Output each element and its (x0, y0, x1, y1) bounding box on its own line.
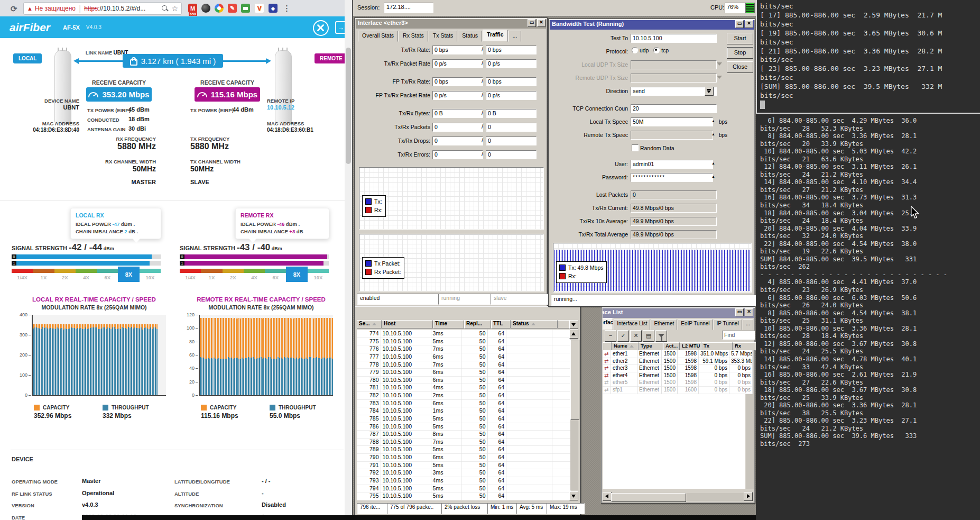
filter-button[interactable] (655, 330, 667, 342)
tcp-radio[interactable] (653, 47, 660, 53)
ping-row[interactable]: 78410.10.5.1001ms5064 (357, 407, 571, 415)
tab-status[interactable]: Status (458, 31, 482, 42)
scroll-left-icon[interactable] (603, 492, 612, 501)
ping-row[interactable]: 79110.10.5.1005ms5064 (357, 461, 571, 469)
user-input[interactable]: admin01 (631, 160, 713, 169)
bwtest-title-bar[interactable]: Bandwidth Test (Running) (550, 20, 754, 30)
bookmark-star-icon[interactable]: ☆ (171, 4, 178, 13)
ping-row[interactable]: 78610.10.5.1005ms5064 (357, 423, 571, 431)
ping-row[interactable]: 78710.10.5.1008ms5064 (357, 430, 571, 438)
column-header-lmtu[interactable]: L2 MTU (680, 342, 701, 351)
comment-icon[interactable]: ▤ (643, 330, 654, 342)
modulation-option[interactable]: 10X (308, 275, 329, 280)
tab-ethernet[interactable]: Ethernet (651, 319, 677, 330)
ping-row[interactable]: 77610.10.5.1007ms5064 (357, 345, 571, 353)
scrollbar-thumb[interactable] (570, 340, 579, 420)
interface-list-title-bar[interactable]: Interface List (603, 308, 754, 318)
ping-row[interactable]: 78010.10.5.1006ms5064 (357, 376, 571, 384)
ping-row[interactable]: 79310.10.5.1004ms5064 (357, 477, 571, 485)
spinner-up-icon[interactable]: ▲ (711, 161, 715, 166)
address-bar[interactable]: ▲ Не защищено | https ://10.10.5.2/#/d..… (23, 2, 182, 15)
interface-row-ether4[interactable]: ⇄ether4Ethernet150015980 bps0 bps (603, 372, 753, 379)
test-to-input[interactable]: 10.10.5.100 (631, 34, 717, 43)
ping-row[interactable]: 77910.10.5.1006ms5064 (357, 368, 571, 376)
remote-ip-value[interactable]: 10.10.5.12 (267, 104, 294, 111)
close-icon[interactable]: ✕ (745, 20, 753, 28)
ping-scrollbar[interactable] (570, 339, 578, 490)
ping-row[interactable]: 79010.10.5.1006ms5064 (357, 453, 571, 461)
close-icon[interactable]: ✕ (537, 19, 546, 27)
modulation-option[interactable]: 6X (97, 275, 118, 280)
maximize-icon[interactable]: ▭ (735, 20, 744, 28)
tab-traffic[interactable]: Traffic (483, 30, 508, 42)
ping-row[interactable]: 78310.10.5.1006ms5064 (357, 399, 571, 407)
modulation-option[interactable]: 4X (76, 275, 97, 280)
start-button[interactable]: Start (727, 33, 753, 44)
tab-ip-tunnel[interactable]: IP Tunnel (714, 319, 742, 330)
recorder-extension-icon[interactable] (201, 4, 210, 13)
column-header-status[interactable]: Status (511, 320, 558, 329)
spinner-up-icon[interactable]: ▲ (711, 175, 715, 179)
column-header-type[interactable]: Type (639, 342, 663, 351)
interface-row-ether2[interactable]: ⇄ether2Ethernet1500159859.1 Mbps353.3 Mb… (603, 358, 753, 365)
column-header-rx[interactable]: Rx (733, 342, 756, 351)
tab-interface[interactable]: Interface (603, 318, 613, 330)
print-extension-icon[interactable] (241, 4, 250, 13)
close-icon[interactable]: ✕ (745, 308, 753, 316)
reload-icon[interactable]: ⟳ (11, 4, 19, 13)
interface-row-sfp1[interactable]: ⇄sfp1Ethernet150016000 bps0 bps (603, 386, 753, 394)
ping-row[interactable]: 79410.10.5.1005ms5064 (357, 485, 571, 492)
find-box[interactable]: Find (722, 331, 755, 340)
maximize-icon[interactable]: ▭ (735, 308, 744, 316)
interface-row-ether3[interactable]: ⇄ether3Ethernet150015980 bps0 bps (603, 364, 753, 372)
terminal-window[interactable]: bits/sec [ 17] 885.00-886.00 sec 2.59 MB… (756, 0, 980, 520)
disable-icon[interactable]: ✕ (630, 330, 642, 342)
scroll-up-icon[interactable] (569, 330, 578, 339)
tab--[interactable]: ... (509, 31, 522, 42)
tab-interface-list[interactable]: Interface List (614, 319, 650, 330)
ping-row[interactable]: 77510.10.5.1005ms5064 (357, 337, 571, 345)
column-header-time[interactable]: Time (433, 320, 464, 329)
spinner-up-icon[interactable]: ▲ (711, 132, 715, 136)
ether3-title-bar[interactable]: Interface <ether3> (356, 19, 546, 29)
map-pin-extension-icon[interactable]: V (254, 3, 264, 13)
session-value[interactable]: 172.18.... (384, 3, 433, 13)
column-header-act[interactable]: Act... (663, 342, 680, 351)
enable-icon[interactable]: ✓ (617, 330, 629, 342)
scroll-down-icon[interactable] (569, 491, 578, 500)
random-data-checkbox[interactable] (632, 144, 639, 151)
modulation-option[interactable]: 2X (223, 275, 244, 280)
scrollbar-thumb[interactable] (346, 48, 351, 164)
selected-modulation[interactable]: 8X (286, 267, 307, 282)
modulation-option[interactable]: 10X (140, 275, 161, 280)
column-header-host[interactable]: Host (382, 320, 433, 329)
udp-radio[interactable] (632, 47, 638, 53)
ping-row[interactable]: 78810.10.5.1007ms5064 (357, 438, 571, 446)
direction-dropdown-icon[interactable] (705, 87, 714, 96)
password-input[interactable]: ************ (631, 173, 713, 182)
tools-icon[interactable] (313, 20, 329, 36)
modulation-option[interactable]: 2X (54, 275, 76, 280)
google-extension-icon[interactable] (215, 4, 224, 13)
ping-row[interactable]: 78510.10.5.1005ms5064 (357, 415, 571, 423)
ping-row[interactable]: 77710.10.5.1006ms5064 (357, 353, 571, 361)
tcp-connection-count-input[interactable]: 20 (631, 104, 717, 113)
maximize-icon[interactable]: ▭ (528, 19, 536, 27)
modulation-option[interactable]: 1X (201, 275, 222, 280)
ping-row[interactable]: 77810.10.5.1007ms5064 (357, 361, 571, 369)
blue-extension-icon[interactable]: ◆ (269, 4, 278, 13)
scrollbar-thumb[interactable] (611, 493, 686, 502)
local-tx-speed-input[interactable]: 50M (631, 117, 713, 126)
browser-menu-icon[interactable]: ⋮ (283, 4, 291, 13)
zoom-icon[interactable] (162, 5, 168, 12)
direction-select[interactable]: send (631, 87, 717, 96)
close-button[interactable]: Close (727, 61, 753, 73)
editor-extension-icon[interactable]: ✎ (228, 4, 237, 13)
stop-button[interactable]: Stop (727, 47, 753, 59)
browser-scrollbar[interactable] (345, 0, 352, 520)
ping-row[interactable]: 78910.10.5.1005ms5064 (357, 445, 571, 453)
ping-row[interactable]: 79510.10.5.1005ms5064 (357, 492, 571, 500)
column-header-se[interactable]: Se... (357, 320, 382, 329)
tab-rx-stats[interactable]: Rx Stats (399, 31, 428, 42)
gmail-extension-icon[interactable]: M 658 (188, 4, 197, 13)
